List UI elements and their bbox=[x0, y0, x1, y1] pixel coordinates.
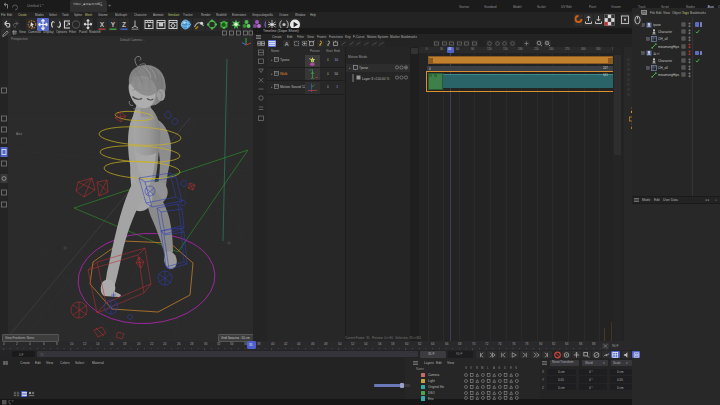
svg-text:Z: Z bbox=[122, 21, 126, 28]
svg-text:Axis: Axis bbox=[16, 132, 22, 136]
svg-text:Y: Y bbox=[111, 21, 116, 28]
svg-text:A: A bbox=[285, 40, 289, 46]
svg-text:X: X bbox=[100, 21, 105, 28]
